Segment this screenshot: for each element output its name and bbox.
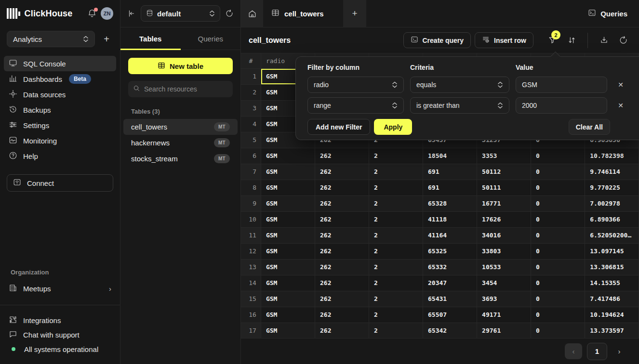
row-number-cell[interactable]: 7 xyxy=(241,164,261,180)
filter-value-input-1[interactable] xyxy=(516,77,607,93)
grid-cell[interactable]: 65325 xyxy=(423,243,477,259)
remove-filter-2-icon[interactable]: ✕ xyxy=(613,97,628,114)
sidebar-item-data-sources[interactable]: Data sources xyxy=(4,87,116,102)
refresh-tables-icon[interactable] xyxy=(225,9,234,18)
row-number-cell[interactable]: 13 xyxy=(241,259,261,275)
grid-cell[interactable]: 65507 xyxy=(423,307,477,323)
grid-cell[interactable]: 2 xyxy=(369,291,423,307)
grid-cell[interactable]: 262 xyxy=(315,243,369,259)
grid-cell[interactable]: 9.746114 xyxy=(585,164,639,180)
grid-cell[interactable]: 29761 xyxy=(477,323,531,338)
grid-cell[interactable]: GSM xyxy=(261,211,315,227)
table-item-cell-towers[interactable]: cell_towers MT xyxy=(123,119,238,135)
row-number-cell[interactable]: 9 xyxy=(241,195,261,211)
row-number-cell[interactable]: 12 xyxy=(241,243,261,259)
insert-row-button[interactable]: Insert row xyxy=(475,32,533,48)
grid-cell[interactable]: 9.770225 xyxy=(585,180,639,195)
grid-cell[interactable]: 0 xyxy=(531,275,585,291)
add-tab-button[interactable]: + xyxy=(343,0,366,27)
grid-cell[interactable]: 17626 xyxy=(477,211,531,227)
grid-cell[interactable]: 262 xyxy=(315,259,369,275)
grid-cell[interactable]: 0 xyxy=(531,307,585,323)
sidebar-item-meetups[interactable]: Meetups › xyxy=(4,281,116,296)
grid-cell[interactable]: 2 xyxy=(369,243,423,259)
grid-cell[interactable]: 50112 xyxy=(477,164,531,180)
row-number-cell[interactable]: 17 xyxy=(241,323,261,338)
home-button[interactable] xyxy=(241,0,264,27)
grid-cell[interactable]: 3353 xyxy=(477,148,531,164)
refresh-data-button[interactable] xyxy=(615,32,631,48)
row-number-cell[interactable]: 5 xyxy=(241,132,261,148)
grid-cell[interactable]: 0 xyxy=(531,195,585,211)
grid-cell[interactable]: GSM xyxy=(261,148,315,164)
prev-page-button[interactable]: ‹ xyxy=(565,343,582,359)
grid-cell[interactable]: 20347 xyxy=(423,275,477,291)
grid-cell[interactable]: 13.373597 xyxy=(585,323,639,338)
grid-cell[interactable]: 3693 xyxy=(477,291,531,307)
grid-cell[interactable]: 262 xyxy=(315,195,369,211)
sidebar-item-chat-support[interactable]: Chat with support xyxy=(4,327,116,342)
tab-cell-towers[interactable]: cell_towers xyxy=(264,0,343,27)
grid-cell[interactable]: 0 xyxy=(531,180,585,195)
grid-cell[interactable]: 0 xyxy=(531,148,585,164)
grid-cell[interactable]: 0 xyxy=(531,243,585,259)
grid-cell[interactable]: 41164 xyxy=(423,227,477,243)
current-page-button[interactable]: 1 xyxy=(587,343,607,360)
grid-cell[interactable]: 13.306815 xyxy=(585,259,639,275)
grid-cell[interactable]: 2 xyxy=(369,164,423,180)
sidebar-item-settings[interactable]: Settings xyxy=(4,117,116,133)
grid-cell[interactable]: GSM xyxy=(261,164,315,180)
remove-filter-1-icon[interactable]: ✕ xyxy=(613,77,628,93)
tab-tables[interactable]: Tables xyxy=(120,27,181,50)
apply-filter-button[interactable]: Apply xyxy=(374,119,412,135)
grid-cell[interactable]: 10.782398 xyxy=(585,148,639,164)
sidebar-item-integrations[interactable]: Integrations xyxy=(4,313,116,327)
grid-cell[interactable]: 0 xyxy=(531,164,585,180)
grid-cell[interactable]: 262 xyxy=(315,323,369,338)
grid-cell[interactable]: 18504 xyxy=(423,148,477,164)
grid-cell[interactable]: 262 xyxy=(315,275,369,291)
row-number-cell[interactable]: 15 xyxy=(241,291,261,307)
grid-cell[interactable]: 3454 xyxy=(477,275,531,291)
row-number-cell[interactable]: 8 xyxy=(241,180,261,195)
grid-cell[interactable]: GSM xyxy=(261,307,315,323)
row-number-cell[interactable]: 11 xyxy=(241,227,261,243)
row-number-cell[interactable]: 14 xyxy=(241,275,261,291)
collapse-panel-icon[interactable] xyxy=(127,9,136,18)
grid-cell[interactable]: 2 xyxy=(369,148,423,164)
grid-cell[interactable]: 691 xyxy=(423,180,477,195)
database-select[interactable]: default xyxy=(141,5,220,22)
grid-cell[interactable]: 50111 xyxy=(477,180,531,195)
grid-header-cell[interactable]: # xyxy=(241,53,261,68)
filter-column-select-1[interactable]: radio xyxy=(307,77,404,93)
sidebar-item-monitoring[interactable]: Monitoring xyxy=(4,133,116,148)
grid-cell[interactable]: 2 xyxy=(369,211,423,227)
row-number-cell[interactable]: 1 xyxy=(241,68,261,84)
grid-cell[interactable]: 0 xyxy=(531,291,585,307)
row-number-cell[interactable]: 2 xyxy=(241,84,261,100)
grid-cell[interactable]: 262 xyxy=(315,211,369,227)
grid-cell[interactable]: 34016 xyxy=(477,227,531,243)
new-table-button[interactable]: New table xyxy=(128,58,233,74)
grid-cell[interactable]: 41118 xyxy=(423,211,477,227)
grid-cell[interactable]: 262 xyxy=(315,227,369,243)
grid-cell[interactable]: 262 xyxy=(315,180,369,195)
grid-cell[interactable]: GSM xyxy=(261,291,315,307)
connect-button[interactable]: Connect xyxy=(7,174,113,192)
search-resources[interactable] xyxy=(128,81,233,97)
filter-value-input-2[interactable] xyxy=(516,97,607,114)
grid-cell[interactable]: 14.15355 xyxy=(585,275,639,291)
grid-cell[interactable]: 0 xyxy=(531,211,585,227)
sort-button[interactable] xyxy=(563,32,580,48)
tab-queries[interactable]: Queries xyxy=(181,27,241,50)
grid-cell[interactable]: 0 xyxy=(531,323,585,338)
grid-cell[interactable]: GSM xyxy=(261,227,315,243)
grid-cell[interactable]: 262 xyxy=(315,307,369,323)
system-status[interactable]: All systems operational xyxy=(4,342,116,356)
avatar[interactable]: ZN xyxy=(101,7,113,20)
grid-cell[interactable]: 262 xyxy=(315,148,369,164)
grid-cell[interactable]: 65332 xyxy=(423,259,477,275)
grid-cell[interactable]: 65342 xyxy=(423,323,477,338)
table-item-stocks-stream[interactable]: stocks_stream MT xyxy=(123,151,238,167)
next-page-button[interactable]: › xyxy=(612,343,626,359)
